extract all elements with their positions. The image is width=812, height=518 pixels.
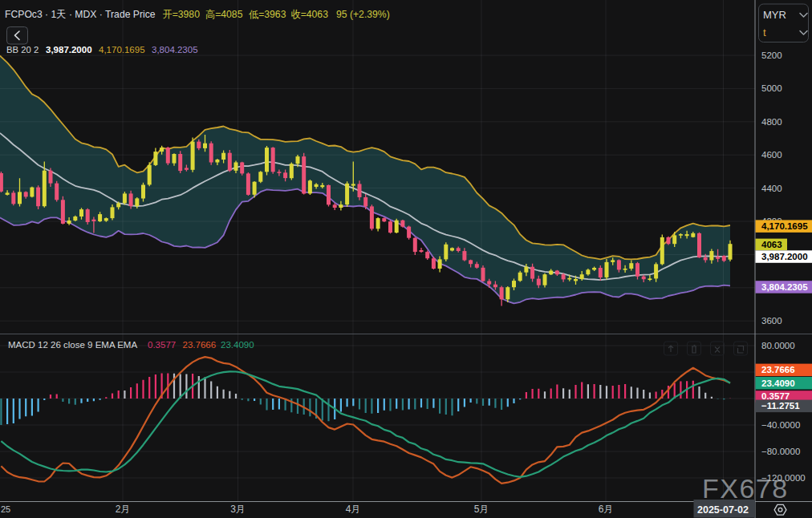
svg-text:MYR: MYR [763, 9, 786, 21]
svg-text:4400: 4400 [761, 184, 782, 193]
svg-text:23.4090: 23.4090 [221, 340, 254, 350]
svg-text:25: 25 [1, 504, 10, 514]
svg-text:BB 20 2: BB 20 2 [6, 45, 39, 55]
svg-text:0.3577: 0.3577 [148, 340, 176, 350]
svg-text:−80.0000: −80.0000 [761, 447, 800, 456]
svg-text:收=4063: 收=4063 [291, 9, 329, 20]
svg-text:MACD 12 26 close 9 EMA EMA: MACD 12 26 close 9 EMA EMA [8, 340, 137, 350]
svg-text:−40.0000: −40.0000 [761, 420, 800, 430]
svg-text:FCPOc3 · 1天 · MDX · Trade Pric: FCPOc3 · 1天 · MDX · Trade Price [5, 9, 156, 20]
svg-text:开=3980: 开=3980 [163, 9, 201, 20]
svg-text:95 (+2.39%): 95 (+2.39%) [336, 9, 390, 20]
svg-text:23.7666: 23.7666 [183, 340, 217, 350]
svg-text:2025-07-02: 2025-07-02 [697, 504, 749, 516]
svg-text:4600: 4600 [761, 150, 782, 160]
svg-text:5000: 5000 [761, 83, 782, 93]
svg-text:2月: 2月 [116, 504, 131, 515]
svg-text:3,804.2305: 3,804.2305 [152, 45, 198, 55]
svg-text:3,804.2305: 3,804.2305 [761, 282, 808, 292]
svg-text:4800: 4800 [761, 117, 782, 127]
svg-text:4月: 4月 [346, 504, 361, 515]
svg-text:3,987.2000: 3,987.2000 [761, 252, 808, 261]
svg-text:23.7666: 23.7666 [761, 365, 795, 374]
svg-text:−11.2751: −11.2751 [761, 401, 800, 411]
svg-text:t: t [763, 26, 766, 38]
svg-text:4063: 4063 [761, 240, 782, 249]
svg-text:3600: 3600 [761, 316, 782, 326]
svg-text:FX678: FX678 [702, 473, 789, 504]
svg-text:3,987.2000: 3,987.2000 [46, 45, 92, 55]
svg-text:6月: 6月 [599, 504, 614, 515]
svg-text:5200: 5200 [761, 51, 782, 60]
svg-text:3月: 3月 [230, 504, 246, 515]
svg-text:5月: 5月 [474, 504, 489, 515]
svg-text:高=4085: 高=4085 [205, 9, 243, 20]
svg-text:23.4090: 23.4090 [761, 378, 795, 388]
svg-text:低=3963: 低=3963 [249, 9, 286, 20]
svg-text:4,170.1695: 4,170.1695 [761, 221, 808, 231]
svg-text:80.0000: 80.0000 [761, 341, 795, 350]
svg-text:4,170.1695: 4,170.1695 [99, 45, 145, 55]
